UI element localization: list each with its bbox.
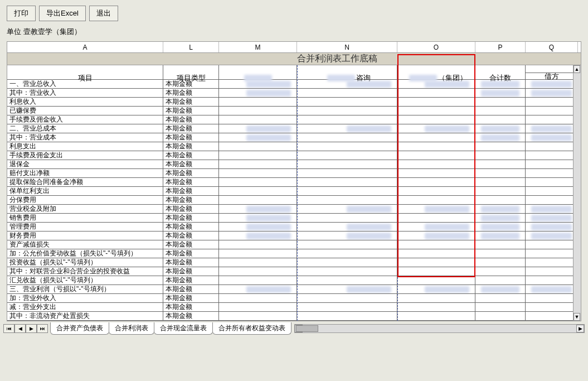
col-header-n[interactable]: N [297,42,397,52]
cell-n[interactable] [297,142,397,151]
cell-q[interactable] [526,223,578,231]
cell-a[interactable]: 已赚保费 [7,107,163,115]
cell-m[interactable] [219,249,297,258]
cell-m[interactable] [219,294,297,302]
cell-n[interactable] [297,80,397,88]
cell-p[interactable] [475,115,526,124]
cell-l[interactable]: 本期金额 [163,258,219,267]
cell-m[interactable] [219,124,297,133]
cell-p[interactable] [475,303,526,311]
cell-p[interactable] [475,312,526,320]
cell-m[interactable] [219,115,297,124]
cell-m[interactable] [219,107,297,115]
table-row[interactable]: 其中：营业收入本期金额 [7,89,581,98]
cell-a[interactable]: 汇兑收益（损失以"-"号填列） [7,276,163,284]
cell-m[interactable] [219,133,297,142]
cell-q[interactable] [526,258,578,267]
cell-o[interactable] [397,124,475,133]
cell-p[interactable] [475,160,526,168]
cell-o[interactable] [397,205,475,213]
cell-n[interactable] [297,214,397,222]
table-row[interactable]: 资产减值损失本期金额 [7,240,581,249]
cell-n[interactable] [297,196,397,204]
cell-p[interactable] [475,98,526,106]
cell-a[interactable]: 其中：营业收入 [7,89,163,97]
col-header-a[interactable]: A [7,42,163,52]
cell-l[interactable]: 本期金额 [163,303,219,311]
cell-m[interactable] [219,142,297,151]
table-row[interactable]: 利息收入本期金额 [7,98,581,107]
cell-l[interactable]: 本期金额 [163,232,219,240]
cell-a[interactable]: 财务费用 [7,232,163,240]
cell-p[interactable] [475,169,526,177]
cell-l[interactable]: 本期金额 [163,133,219,142]
cell-q[interactable] [526,240,578,249]
table-row[interactable]: 其中：对联营企业和合营企业的投资收益本期金额 [7,267,581,276]
cell-q[interactable] [526,107,578,115]
cell-n[interactable] [297,115,397,124]
exit-button[interactable]: 退出 [89,6,118,21]
cell-o[interactable] [397,312,475,320]
cell-l[interactable]: 本期金额 [163,80,219,88]
cell-n[interactable] [297,169,397,177]
col-header-q[interactable]: Q [526,42,578,52]
cell-o[interactable] [397,142,475,151]
col-header-p[interactable]: P [475,42,526,52]
cell-n[interactable] [297,312,397,320]
cell-a[interactable]: 三、营业利润（亏损以"-"号填列） [7,285,163,293]
cell-l[interactable]: 本期金额 [163,196,219,204]
cell-q[interactable] [526,151,578,160]
cell-q[interactable] [526,214,578,222]
cell-o[interactable] [397,276,475,284]
cell-a[interactable]: 提取保险合同准备金净额 [7,178,163,186]
cell-p[interactable] [475,142,526,151]
cell-o[interactable] [397,107,475,115]
table-row[interactable]: 三、营业利润（亏损以"-"号填列）本期金额 [7,285,581,294]
cell-n[interactable] [297,151,397,160]
cell-l[interactable]: 本期金额 [163,142,219,151]
cell-m[interactable] [219,187,297,195]
tab-next-icon[interactable]: ▶ [26,324,37,333]
cell-p[interactable] [475,249,526,258]
cell-o[interactable] [397,115,475,124]
cell-a[interactable]: 管理费用 [7,223,163,231]
table-row[interactable]: 销售费用本期金额 [7,214,581,223]
horizontal-scrollbar[interactable]: ◀ ▶ [294,324,585,333]
cell-n[interactable] [297,98,397,106]
table-row[interactable]: 保单红利支出本期金额 [7,187,581,196]
cell-l[interactable]: 本期金额 [163,107,219,115]
col-header-o[interactable]: O [397,42,475,52]
cell-l[interactable]: 本期金额 [163,98,219,106]
cell-o[interactable] [397,232,475,240]
cell-p[interactable] [475,205,526,213]
cell-a[interactable]: 其中：营业成本 [7,133,163,142]
sheet-tab[interactable]: 合并利润表 [109,322,154,335]
cell-n[interactable] [297,240,397,249]
cell-n[interactable] [297,276,397,284]
cell-o[interactable] [397,196,475,204]
cell-p[interactable] [475,151,526,160]
cell-p[interactable] [475,80,526,88]
cell-a[interactable]: 利息收入 [7,98,163,106]
cell-a[interactable]: 利息支出 [7,142,163,151]
cell-q[interactable] [526,89,578,97]
cell-n[interactable] [297,107,397,115]
cell-l[interactable]: 本期金额 [163,89,219,97]
cell-l[interactable]: 本期金额 [163,151,219,160]
cell-o[interactable] [397,160,475,168]
col-header-l[interactable]: L [163,42,219,52]
cell-o[interactable] [397,133,475,142]
cell-a[interactable]: 一、营业总收入 [7,80,163,88]
cell-o[interactable] [397,98,475,106]
cell-n[interactable] [297,124,397,133]
cell-l[interactable]: 本期金额 [163,285,219,293]
table-row[interactable]: 减：营业外支出本期金额 [7,303,581,312]
cell-n[interactable] [297,267,397,276]
scroll-right-icon[interactable]: ▶ [576,325,584,332]
cell-a[interactable]: 营业税金及附加 [7,205,163,213]
cell-m[interactable] [219,214,297,222]
cell-q[interactable] [526,124,578,133]
cell-p[interactable] [475,223,526,231]
table-row[interactable]: 分保费用本期金额 [7,196,581,205]
table-row[interactable]: 营业税金及附加本期金额 [7,205,581,214]
